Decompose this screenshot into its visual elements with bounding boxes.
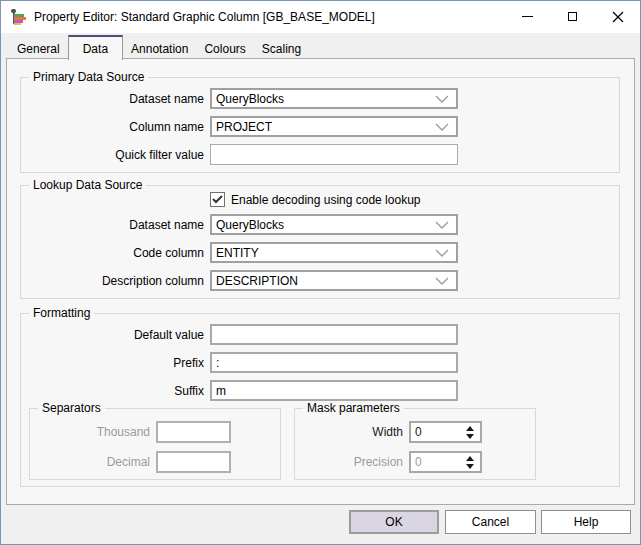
- thousand-label: Thousand: [38, 425, 150, 439]
- close-icon: [612, 11, 624, 23]
- width-value: 0: [415, 425, 422, 439]
- description-column-combo[interactable]: DESCRIPTION: [210, 270, 458, 291]
- chevron-down-icon: [435, 277, 449, 286]
- chevron-down-icon: [435, 249, 449, 258]
- dataset-name-label: Dataset name: [30, 92, 204, 106]
- combo-value: PROJECT: [216, 120, 272, 134]
- group-title: Primary Data Source: [29, 70, 148, 85]
- lookup-data-source-group: Lookup Data Source Enable decoding using…: [20, 185, 620, 299]
- code-column-combo[interactable]: ENTITY: [210, 242, 458, 263]
- suffix-input[interactable]: [210, 380, 458, 401]
- spin-up-icon[interactable]: [466, 426, 474, 431]
- window-title: Property Editor: Standard Graphic Column…: [34, 10, 375, 24]
- suffix-label: Suffix: [30, 384, 204, 398]
- spin-down-icon: [466, 464, 474, 469]
- combo-value: QueryBlocks: [216, 218, 284, 232]
- app-icon: [11, 9, 27, 25]
- tab-scaling[interactable]: Scaling: [254, 39, 309, 59]
- precision-label: Precision: [303, 455, 403, 469]
- chevron-down-icon: [435, 123, 449, 132]
- tab-strip: General Data Annotation Colours Scaling: [1, 33, 640, 59]
- chevron-down-icon: [435, 95, 449, 104]
- default-value-label: Default value: [30, 328, 204, 342]
- primary-data-source-group: Primary Data Source Dataset name QueryBl…: [20, 77, 620, 173]
- default-value-input[interactable]: [210, 324, 458, 345]
- combo-value: DESCRIPTION: [216, 274, 298, 288]
- up-down-arrows-icon: [464, 453, 476, 471]
- maximize-button[interactable]: [550, 1, 595, 32]
- quick-filter-label: Quick filter value: [30, 148, 204, 162]
- checkmark-icon: [212, 195, 223, 204]
- precision-spinner: 0: [409, 451, 482, 473]
- help-button[interactable]: Help: [541, 510, 631, 534]
- chevron-down-icon: [435, 221, 449, 230]
- tab-annotation[interactable]: Annotation: [123, 39, 196, 59]
- width-spinner[interactable]: 0: [409, 421, 482, 443]
- column-name-combo[interactable]: PROJECT: [210, 116, 458, 137]
- group-title: Lookup Data Source: [29, 178, 146, 193]
- decimal-input: [156, 451, 231, 473]
- cancel-button[interactable]: Cancel: [445, 510, 536, 534]
- formatting-group: Formatting Default value Prefix Suffix S…: [20, 313, 620, 487]
- column-name-label: Column name: [30, 120, 204, 134]
- spin-down-icon[interactable]: [466, 434, 474, 439]
- dataset-name-combo[interactable]: QueryBlocks: [210, 88, 458, 109]
- group-title: Separators: [38, 401, 105, 416]
- decimal-label: Decimal: [38, 455, 150, 469]
- minimize-button[interactable]: [505, 1, 550, 32]
- precision-value: 0: [415, 455, 422, 469]
- tab-data[interactable]: Data: [68, 35, 123, 60]
- enable-decoding-checkbox[interactable]: [210, 192, 225, 207]
- prefix-label: Prefix: [30, 356, 204, 370]
- separators-group: Separators Thousand Decimal: [29, 408, 281, 480]
- code-column-label: Code column: [30, 246, 204, 260]
- ok-button[interactable]: OK: [349, 510, 439, 534]
- data-tab-page: Primary Data Source Dataset name QueryBl…: [6, 58, 635, 505]
- enable-decoding-label: Enable decoding using code lookup: [231, 193, 420, 207]
- combo-value: ENTITY: [216, 246, 259, 260]
- width-label: Width: [303, 425, 403, 439]
- thousand-input: [156, 421, 231, 443]
- titlebar: Property Editor: Standard Graphic Column…: [1, 1, 640, 33]
- spin-up-icon: [466, 456, 474, 461]
- prefix-input[interactable]: [210, 352, 458, 373]
- minimize-icon: [522, 16, 533, 17]
- lookup-dataset-name-label: Dataset name: [30, 218, 204, 232]
- lookup-dataset-name-combo[interactable]: QueryBlocks: [210, 214, 458, 235]
- description-column-label: Description column: [30, 274, 204, 288]
- combo-value: QueryBlocks: [216, 92, 284, 106]
- group-title: Formatting: [29, 306, 94, 321]
- property-editor-dialog: Property Editor: Standard Graphic Column…: [0, 0, 641, 545]
- tab-general[interactable]: General: [9, 39, 68, 59]
- maximize-icon: [568, 12, 577, 21]
- up-down-arrows-icon: [464, 423, 476, 441]
- mask-parameters-group: Mask parameters Width 0 Precision 0: [294, 408, 536, 480]
- close-button[interactable]: [595, 1, 640, 32]
- group-title: Mask parameters: [303, 401, 404, 416]
- quick-filter-input[interactable]: [210, 144, 458, 165]
- tab-colours[interactable]: Colours: [196, 39, 253, 59]
